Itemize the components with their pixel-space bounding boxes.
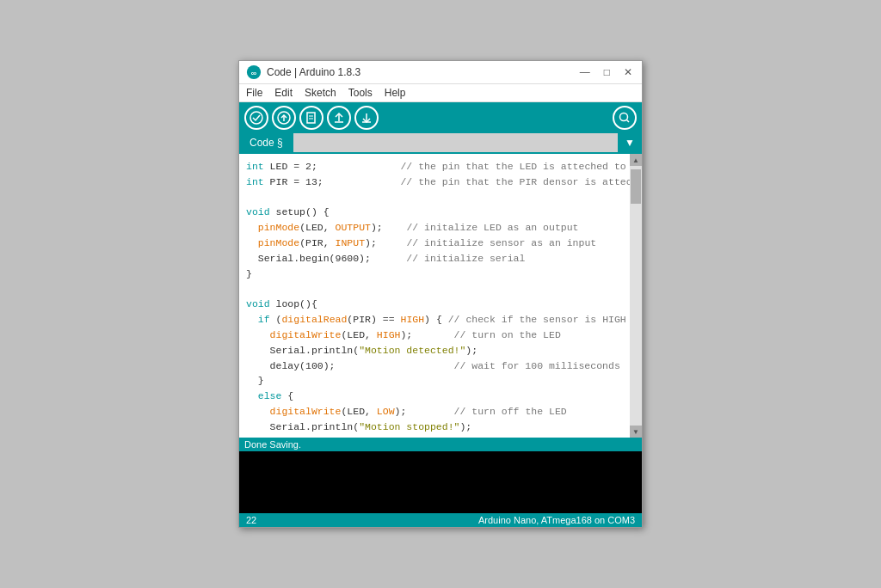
scroll-down-button[interactable]: ▼ bbox=[630, 426, 642, 438]
svg-point-2 bbox=[250, 112, 262, 124]
done-saving-text: Done Saving. bbox=[244, 439, 301, 450]
search-button[interactable] bbox=[613, 106, 637, 130]
code-tab[interactable]: Code § bbox=[239, 133, 293, 152]
close-button[interactable]: ✕ bbox=[621, 66, 635, 78]
svg-point-10 bbox=[620, 113, 628, 121]
save-button[interactable] bbox=[354, 106, 379, 130]
window-title: Code | Arduino 1.8.3 bbox=[267, 66, 360, 78]
title-bar-left: ∞ Code | Arduino 1.8.3 bbox=[246, 64, 360, 80]
new-icon bbox=[305, 111, 318, 125]
code-editor[interactable]: int LED = 2; // the pin that the LED is … bbox=[239, 154, 642, 438]
verify-button[interactable] bbox=[244, 106, 268, 130]
search-icon bbox=[618, 111, 631, 125]
console-output bbox=[239, 451, 642, 513]
svg-text:∞: ∞ bbox=[251, 69, 257, 77]
menu-bar: File Edit Sketch Tools Help bbox=[239, 84, 642, 102]
vertical-scrollbar[interactable]: ▲ ▼ bbox=[630, 154, 642, 438]
tab-dropdown-button[interactable]: ▼ bbox=[618, 133, 642, 152]
menu-file[interactable]: File bbox=[246, 87, 262, 99]
scroll-thumb[interactable] bbox=[631, 169, 641, 204]
board-info: Arduino Nano, ATmega168 on COM3 bbox=[478, 515, 635, 525]
menu-sketch[interactable]: Sketch bbox=[305, 87, 336, 99]
upload-button[interactable] bbox=[272, 106, 296, 130]
scroll-up-button[interactable]: ▲ bbox=[630, 154, 642, 166]
save-icon bbox=[360, 111, 373, 125]
svg-line-11 bbox=[627, 120, 630, 123]
editor-area[interactable]: int LED = 2; // the pin that the LED is … bbox=[239, 154, 642, 438]
tab-bar: Code § ▼ bbox=[239, 133, 642, 154]
maximize-button[interactable]: □ bbox=[601, 66, 613, 78]
new-button[interactable] bbox=[299, 106, 323, 130]
svg-rect-5 bbox=[307, 113, 315, 123]
console-status-bar: Done Saving. bbox=[239, 438, 642, 451]
upload-icon bbox=[277, 111, 291, 125]
verify-icon bbox=[250, 111, 263, 125]
minimize-button[interactable]: — bbox=[577, 66, 593, 78]
title-bar: ∞ Code | Arduino 1.8.3 — □ ✕ bbox=[239, 61, 642, 84]
status-bar: 22 Arduino Nano, ATmega168 on COM3 bbox=[239, 513, 642, 527]
editor-scroll: int LED = 2; // the pin that the LED is … bbox=[239, 154, 642, 438]
title-controls: — □ ✕ bbox=[577, 66, 635, 78]
toolbar bbox=[239, 102, 642, 133]
menu-tools[interactable]: Tools bbox=[348, 87, 373, 99]
arduino-window: ∞ Code | Arduino 1.8.3 — □ ✕ File Edit S… bbox=[238, 60, 643, 528]
line-number: 22 bbox=[246, 515, 256, 525]
arduino-logo-icon: ∞ bbox=[246, 64, 262, 80]
menu-edit[interactable]: Edit bbox=[274, 87, 293, 99]
open-icon bbox=[332, 111, 346, 125]
open-button[interactable] bbox=[327, 106, 351, 130]
menu-help[interactable]: Help bbox=[385, 87, 406, 99]
